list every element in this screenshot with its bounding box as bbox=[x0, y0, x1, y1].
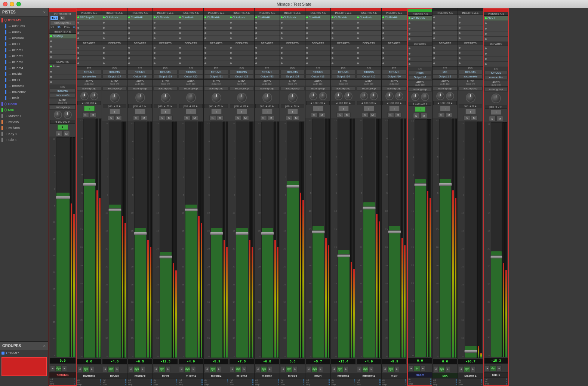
insert-slot-4-mix[interactable] bbox=[432, 31, 458, 36]
insert-slot-2-mhh[interactable] bbox=[153, 20, 178, 25]
knob-right[interactable] bbox=[344, 92, 353, 100]
insert-slot-5-mslr[interactable] bbox=[382, 36, 407, 41]
knob-left[interactable] bbox=[360, 92, 368, 100]
es-output-mix[interactable]: Output 1-2 bbox=[433, 74, 457, 79]
fader-track[interactable] bbox=[415, 119, 426, 357]
insert-slot-5-mtom4[interactable] bbox=[255, 36, 280, 41]
insert-slot-5-mtom1[interactable] bbox=[178, 36, 203, 41]
bottom-btn-left[interactable]: ◄ bbox=[357, 366, 362, 372]
track-item-master1[interactable]: → Master 1 bbox=[0, 113, 48, 119]
knob-main[interactable] bbox=[135, 93, 145, 102]
depart-slot-3[interactable] bbox=[356, 56, 381, 61]
knob-right[interactable] bbox=[370, 92, 378, 100]
insert-slot-3-msnare[interactable] bbox=[127, 25, 153, 31]
solo-btn[interactable]: S bbox=[464, 115, 470, 120]
solo-btn[interactable]: S bbox=[82, 112, 89, 117]
insert-slot-2-mroom2[interactable] bbox=[356, 20, 381, 25]
depart-slot-2[interactable] bbox=[458, 50, 483, 56]
depart-slot-3[interactable] bbox=[153, 56, 178, 61]
es-output-clic1[interactable]: aucunentée bbox=[484, 75, 508, 79]
bottom-btn-right[interactable]: ► bbox=[471, 366, 475, 372]
fader-track[interactable] bbox=[134, 122, 147, 358]
solo-btn[interactable]: S bbox=[438, 112, 445, 117]
depart-slot-4[interactable] bbox=[432, 61, 458, 66]
fader-track[interactable] bbox=[338, 119, 350, 358]
active-btn[interactable]: I bbox=[160, 109, 171, 114]
mute-btn[interactable]: M bbox=[344, 112, 351, 117]
track-item-msnare[interactable]: → mSnare bbox=[4, 35, 48, 41]
insert-slot-1-mhh[interactable]: CLAMixHb bbox=[153, 15, 178, 20]
depart-slot-1[interactable] bbox=[178, 45, 203, 50]
group-val[interactable]: aucungroup bbox=[458, 86, 483, 91]
group-val[interactable]: aucungroup bbox=[433, 86, 457, 91]
bottom-btn-right[interactable]: ► bbox=[394, 366, 399, 372]
fader-track[interactable] bbox=[491, 122, 502, 357]
group-val[interactable]: aucungroup bbox=[128, 86, 152, 91]
depart-slot-3[interactable] bbox=[432, 56, 458, 61]
es-output-master1[interactable]: aucunentée bbox=[458, 74, 483, 79]
bottom-btn-right[interactable]: ► bbox=[89, 366, 94, 372]
track-item-mroom1[interactable]: → mroom1 bbox=[4, 83, 48, 89]
mute-btn[interactable]: M bbox=[242, 115, 249, 120]
mute-btn[interactable]: M bbox=[268, 115, 274, 120]
insert-slot-1-mtom4[interactable]: CLAMixHb bbox=[255, 15, 280, 20]
knob-left[interactable] bbox=[309, 92, 317, 100]
depart-slot-3[interactable] bbox=[484, 56, 508, 62]
group-val[interactable]: aucungroup bbox=[77, 86, 101, 91]
depart-slot-4[interactable] bbox=[77, 61, 102, 66]
insert-slot-2-mroom1[interactable] bbox=[331, 20, 356, 25]
depart-slot-1[interactable] bbox=[458, 45, 483, 50]
bottom-btn-left[interactable]: ◄ bbox=[230, 366, 235, 372]
group-val[interactable]: aucungroup bbox=[357, 86, 381, 91]
knob-right[interactable] bbox=[395, 92, 403, 100]
fader-track[interactable] bbox=[261, 122, 274, 358]
bottom-btn-right[interactable]: ► bbox=[445, 366, 450, 372]
fader-track-main[interactable] bbox=[56, 137, 70, 357]
fader-track[interactable] bbox=[83, 119, 96, 358]
depart-slot-4[interactable] bbox=[229, 61, 254, 66]
es-output-mroom2[interactable]: Output #15 bbox=[357, 74, 381, 79]
track-item-mdrums[interactable]: → mDrums bbox=[4, 23, 48, 29]
insert-slot-4-moh[interactable] bbox=[305, 31, 330, 36]
bottom-btn-dyn[interactable]: dyn bbox=[438, 366, 445, 372]
depart-slot-2[interactable] bbox=[178, 50, 203, 56]
bottom-btn-dyn[interactable]: dyn bbox=[261, 366, 267, 372]
depart-slot-2[interactable] bbox=[102, 50, 127, 56]
bottom-btn-dyn[interactable]: dyn bbox=[362, 366, 369, 372]
knob-right[interactable] bbox=[319, 92, 327, 100]
knob-left[interactable] bbox=[436, 92, 444, 100]
bottom-btn-dyn[interactable]: dyn bbox=[464, 366, 470, 372]
depart-slot-4[interactable] bbox=[280, 61, 305, 66]
bottom-btn-left[interactable]: ◄ bbox=[409, 365, 413, 371]
track-item-mroom2[interactable]: → mRoom2 bbox=[4, 89, 48, 95]
depart-slot-3[interactable] bbox=[204, 56, 229, 61]
insert-slot-2-mslr[interactable] bbox=[382, 20, 407, 25]
knob-right[interactable] bbox=[64, 111, 72, 119]
insert-slot-2-clic1[interactable] bbox=[484, 21, 508, 26]
insert-slot-5[interactable] bbox=[49, 55, 76, 60]
es-input-moh[interactable]: fDRUMS bbox=[306, 70, 330, 74]
knob-main[interactable] bbox=[491, 94, 501, 103]
solo-btn[interactable]: S bbox=[158, 115, 165, 120]
bottom-btn-left[interactable]: ◄ bbox=[77, 366, 82, 372]
fader-track[interactable] bbox=[439, 119, 452, 358]
insert-slot-1-master1[interactable] bbox=[458, 15, 483, 20]
knob-left[interactable] bbox=[335, 92, 343, 100]
bottom-btn-right[interactable]: ► bbox=[140, 366, 145, 372]
depart-slot-3[interactable] bbox=[102, 56, 127, 61]
insert-slot-4-mtom1[interactable] bbox=[178, 31, 203, 36]
insert-slot-5-moh[interactable] bbox=[305, 36, 330, 41]
bottom-btn-left[interactable]: ◄ bbox=[204, 366, 209, 372]
es-input-room[interactable]: Room bbox=[408, 71, 432, 75]
track-item-mtom2[interactable]: → mTom2 bbox=[4, 53, 48, 59]
mute-btn[interactable]: M bbox=[318, 112, 325, 117]
mute-btn[interactable]: M bbox=[471, 115, 478, 120]
depart-slot-4[interactable] bbox=[204, 61, 229, 66]
depart-slot-4[interactable] bbox=[153, 61, 178, 66]
insert-slot-5-mkick[interactable] bbox=[102, 36, 127, 41]
insert-slot-2-mtom3[interactable] bbox=[229, 20, 254, 25]
depart-slot-1[interactable] bbox=[408, 46, 432, 51]
depart-slot-4[interactable] bbox=[484, 62, 508, 67]
depart-slot-2[interactable] bbox=[382, 50, 407, 56]
bottom-btn-left[interactable]: ◄ bbox=[179, 366, 184, 372]
